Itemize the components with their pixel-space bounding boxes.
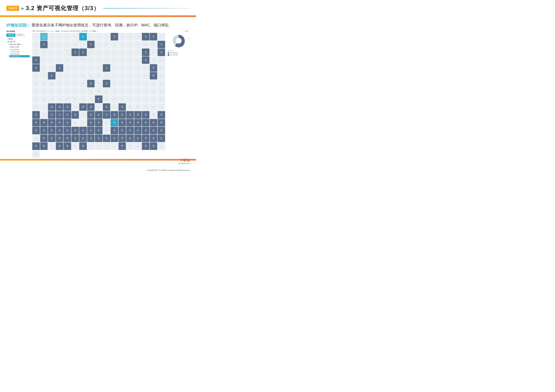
ip-cell-108[interactable]: 108 (79, 80, 87, 87)
ip-cell-30[interactable]: 30 (134, 41, 142, 48)
ip-cell-12[interactable]: 12 (126, 33, 134, 40)
ip-cell-145[interactable]: 145 (103, 95, 110, 103)
ip-cell-69[interactable]: 69 (40, 64, 48, 72)
ip-cell-125[interactable]: 125 (79, 88, 87, 95)
ip-cell-48[interactable]: 48⊡ (142, 49, 149, 56)
ip-cell-241[interactable]: 241⊡ (56, 142, 63, 150)
ip-cell-168[interactable]: 168 (150, 103, 157, 111)
ip-cell-40[interactable]: 40⊡ (79, 49, 87, 56)
ip-cell-163[interactable]: 163 (110, 103, 118, 111)
ip-cell-41[interactable]: 41 (87, 49, 95, 56)
ip-cell-162[interactable]: 162⊡ (103, 103, 110, 111)
ip-cell-4[interactable]: 4 (64, 33, 71, 40)
ip-cell-169[interactable]: 169 (158, 103, 165, 111)
ip-cell-230[interactable]: 230⊡ (103, 135, 110, 142)
ip-cell-50[interactable]: 50⊡ (158, 49, 165, 56)
ip-cell-35[interactable]: 35 (40, 49, 48, 56)
ip-cell-224[interactable]: 224⊡ (56, 135, 63, 142)
ip-cell-51[interactable]: 51⊡ (32, 57, 40, 64)
ip-cell-202[interactable]: 202⊡ (150, 119, 157, 127)
ip-cell-85[interactable]: 85 (32, 72, 40, 80)
ip-cell-44[interactable]: 44 (110, 49, 118, 56)
ip-cell-148[interactable]: 148 (126, 95, 134, 103)
ip-cell-28[interactable]: 28 (118, 41, 126, 48)
ip-cell-194[interactable]: 194⊡ (87, 119, 95, 127)
ip-cell-13[interactable]: 13 (134, 33, 142, 40)
ip-cell-29[interactable]: 29 (126, 41, 134, 48)
ip-cell-226[interactable]: 226⊡ (72, 135, 79, 142)
ip-cell-200[interactable]: 200⊡ (134, 119, 142, 127)
ip-cell-32[interactable]: 32 (150, 41, 157, 48)
ip-cell-143[interactable]: 143 (87, 95, 95, 103)
ip-cell-70[interactable]: 70 (48, 64, 56, 72)
ip-cell-77[interactable]: 77⊡ (103, 64, 110, 72)
ip-cell-3[interactable]: 3 (56, 33, 63, 40)
ip-cell-234[interactable]: 234⊡ (134, 135, 142, 142)
ip-cell-0[interactable]: 0 (32, 33, 40, 40)
ip-cell-114[interactable]: 114 (126, 80, 134, 87)
ip-cell-255[interactable]: 255 (32, 150, 40, 158)
ip-cell-228[interactable]: 228⊡ (87, 135, 95, 142)
ip-cell-24[interactable]: 24⊡ (87, 41, 95, 48)
ip-cell-93[interactable]: 93 (95, 72, 102, 80)
ip-cell-217[interactable]: 217⊡ (134, 127, 142, 134)
ip-cell-124[interactable]: 124 (72, 88, 79, 95)
ip-cell-97[interactable]: 97 (126, 72, 134, 80)
ip-cell-17[interactable]: 17 (32, 41, 40, 48)
ip-cell-201[interactable]: 201⊡ (142, 119, 149, 127)
ip-cell-181[interactable]: 181⊡ (118, 111, 126, 119)
ip-cell-243[interactable]: 243 (72, 142, 79, 150)
ip-cell-142[interactable]: 142 (79, 95, 87, 103)
ip-cell-198[interactable]: 198⊡ (118, 119, 126, 127)
ip-cell-86[interactable]: 86 (40, 72, 48, 80)
ip-cell-132[interactable]: 132 (134, 88, 142, 95)
ip-cell-119[interactable]: 119 (32, 88, 40, 95)
tree-item-all[interactable]: 🌐所有子网 (6, 40, 30, 43)
ip-cell-23[interactable]: 23 (79, 41, 87, 48)
ip-cell-246[interactable]: 246 (95, 142, 102, 150)
ip-cell-185[interactable]: 185 (150, 111, 157, 119)
ip-cell-149[interactable]: 149 (134, 95, 142, 103)
ip-cell-249[interactable]: 249⊡ (118, 142, 126, 150)
ip-cell-84[interactable]: 84 (158, 64, 165, 72)
ip-cell-221[interactable]: 221 (32, 135, 40, 142)
ip-cell-81[interactable]: 81 (134, 64, 142, 72)
ip-cell-172[interactable]: 172⊡ (48, 111, 56, 119)
ip-cell-186[interactable]: 186⊡ (158, 111, 165, 119)
ip-cell-54[interactable]: 54 (56, 57, 63, 64)
ip-cell-63[interactable]: 63 (126, 57, 134, 64)
ip-cell-144[interactable]: 144⊡ (95, 95, 102, 103)
ip-cell-123[interactable]: 123 (64, 88, 71, 95)
ip-cell-175[interactable]: 175⊡ (72, 111, 79, 119)
ip-cell-237[interactable]: 237⊡ (158, 135, 165, 142)
ip-cell-72[interactable]: 72 (64, 64, 71, 72)
tree-item-192-168[interactable]: 192.168.50.0/24 (9, 55, 30, 57)
ip-cell-225[interactable]: 225⊡ (64, 135, 71, 142)
ip-cell-138[interactable]: 138 (48, 95, 56, 103)
ip-cell-83[interactable]: 83⊡ (150, 64, 157, 72)
ip-cell-164[interactable]: 164⊡ (118, 103, 126, 111)
ip-cell-96[interactable]: 96 (118, 72, 126, 80)
ip-cell-136[interactable]: 136 (32, 95, 40, 103)
ip-cell-47[interactable]: 47 (134, 49, 142, 56)
tab-subnet[interactable]: 子网/网段 (6, 34, 15, 37)
ip-cell-208[interactable]: 208⊡ (64, 127, 71, 134)
ip-cell-233[interactable]: 233⊡ (126, 135, 134, 142)
ip-cell-90[interactable]: 90 (72, 72, 79, 80)
ip-cell-165[interactable]: 165 (126, 103, 134, 111)
ip-cell-129[interactable]: 129 (110, 88, 118, 95)
ip-cell-39[interactable]: 39⊡ (72, 49, 79, 56)
ip-cell-26[interactable]: 26 (103, 41, 110, 48)
ip-cell-94[interactable]: 94 (103, 72, 110, 80)
ip-cell-14[interactable]: 14⊡ (142, 33, 149, 40)
ip-cell-11[interactable]: 11 (118, 33, 126, 40)
ip-cell-95[interactable]: 95 (110, 72, 118, 80)
ip-cell-155[interactable]: 155⊡ (48, 103, 56, 111)
ip-cell-103[interactable]: 103 (40, 80, 48, 87)
ip-cell-232[interactable]: 232⊡ (118, 135, 126, 142)
ip-cell-120[interactable]: 120 (40, 88, 48, 95)
ip-cell-117[interactable]: 117 (150, 80, 157, 87)
ip-cell-64[interactable]: 64 (134, 57, 142, 64)
ip-cell-18[interactable]: 18⊡ (40, 41, 48, 48)
ip-cell-118[interactable]: 118 (158, 80, 165, 87)
